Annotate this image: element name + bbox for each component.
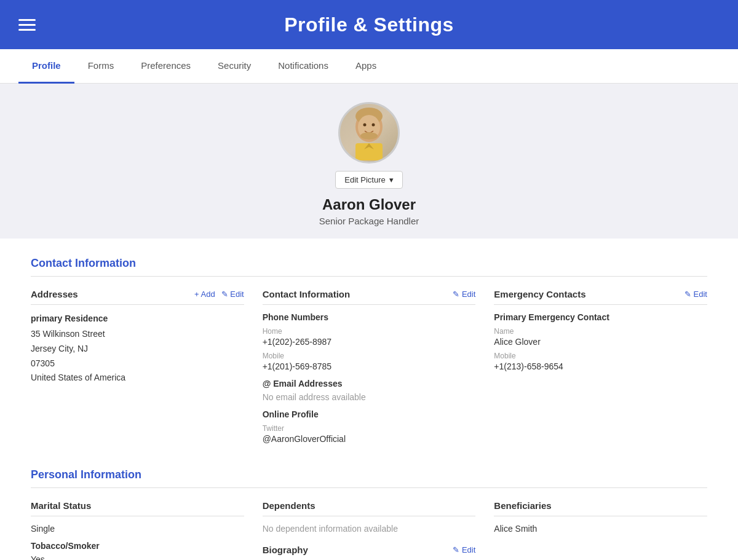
addresses-col-header: Addresses + Add ✎ Edit xyxy=(31,289,244,305)
edit-picture-button[interactable]: Edit Picture ▾ xyxy=(335,171,402,189)
home-phone-label: Home xyxy=(263,327,476,336)
personal-section-title: Personal Information xyxy=(31,468,707,488)
svg-point-3 xyxy=(363,124,367,127)
beneficiaries-col-header: Beneficiaries xyxy=(494,500,707,516)
personal-info-grid: Marital Status Single Tobacco/Smoker Yes… xyxy=(31,500,707,560)
home-phone-value: +1(202)-265-8987 xyxy=(263,337,476,347)
edit-bio-button[interactable]: ✎ Edit xyxy=(453,545,475,554)
address-zip: 07305 xyxy=(31,357,244,371)
marital-value: Single xyxy=(31,524,244,534)
pencil-icon-bio: ✎ xyxy=(453,545,459,554)
primary-emergency-title: Primary Emergency Contact xyxy=(494,312,707,322)
address-block: 35 Wilkinson Street Jersey City, NJ 0730… xyxy=(31,327,244,385)
emergency-actions: ✎ Edit xyxy=(684,290,707,299)
emergency-name-label: Name xyxy=(494,327,707,336)
dependents-col-label: Dependents xyxy=(263,500,315,511)
contact-section-title: Contact Information xyxy=(31,257,707,277)
bio-actions: ✎ Edit xyxy=(453,545,475,554)
pencil-icon-emergency: ✎ xyxy=(684,290,691,299)
tab-profile[interactable]: Profile xyxy=(18,49,74,84)
mobile-phone-value: +1(201)-569-8785 xyxy=(263,361,476,371)
marital-column: Marital Status Single Tobacco/Smoker Yes xyxy=(31,500,244,560)
page-header: Profile & Settings xyxy=(0,0,738,49)
emergency-col-label: Emergency Contacts xyxy=(494,289,585,299)
beneficiaries-col-label: Beneficiaries xyxy=(494,500,551,511)
pencil-icon: ✎ xyxy=(453,290,459,299)
tab-notifications[interactable]: Notifications xyxy=(264,49,342,84)
avatar xyxy=(338,102,400,164)
twitter-value: @AaronGloverOfficial xyxy=(263,434,476,444)
emergency-col-header: Emergency Contacts ✎ Edit xyxy=(494,289,707,305)
emergency-mobile-value: +1(213)-658-9654 xyxy=(494,361,707,371)
tab-forms[interactable]: Forms xyxy=(74,49,128,84)
contact-info-actions: ✎ Edit xyxy=(453,290,475,299)
email-section-title: @ Email Addresses xyxy=(263,379,476,388)
marital-col-header: Marital Status xyxy=(31,500,244,516)
bio-col-header: Biography ✎ Edit xyxy=(263,545,476,560)
residence-label: primary Residence xyxy=(31,314,244,323)
phone-numbers-title: Phone Numbers xyxy=(263,312,476,322)
contact-info-column: Contact Information ✎ Edit Phone Numbers… xyxy=(263,289,476,444)
profile-job-title: Senior Package Handler xyxy=(319,216,419,226)
edit-address-button[interactable]: ✎ Edit xyxy=(221,290,244,299)
bio-col-label: Biography xyxy=(263,545,308,555)
emergency-contacts-column: Emergency Contacts ✎ Edit Primary Emerge… xyxy=(494,289,707,444)
profile-name: Aaron Glover xyxy=(322,196,416,213)
contact-info-col-header: Contact Information ✎ Edit xyxy=(263,289,476,305)
addresses-col-label: Addresses xyxy=(31,289,78,299)
page-title: Profile & Settings xyxy=(284,14,454,36)
dependents-column: Dependents No dependent information avai… xyxy=(263,500,476,560)
dependents-value: No dependent information available xyxy=(263,524,476,534)
svg-point-4 xyxy=(372,124,375,127)
edit-emergency-button[interactable]: ✎ Edit xyxy=(684,290,707,299)
address-country: United States of America xyxy=(31,371,244,385)
address-city-state: Jersey City, NJ xyxy=(31,342,244,357)
beneficiaries-column: Beneficiaries Alice Smith xyxy=(494,500,707,560)
mobile-phone-label: Mobile xyxy=(263,352,476,360)
addresses-actions: + Add ✎ Edit xyxy=(194,290,244,299)
tobacco-value: Yes xyxy=(31,554,244,560)
edit-picture-label: Edit Picture xyxy=(344,175,385,184)
contact-info-grid: Addresses + Add ✎ Edit primary Residence… xyxy=(31,289,707,444)
emergency-name-value: Alice Glover xyxy=(494,337,707,347)
address-street: 35 Wilkinson Street xyxy=(31,327,244,342)
tab-apps[interactable]: Apps xyxy=(342,49,390,84)
profile-header-section: Edit Picture ▾ Aaron Glover Senior Packa… xyxy=(0,84,738,239)
twitter-label: Twitter xyxy=(263,424,476,433)
online-profile-title: Online Profile xyxy=(263,409,476,419)
addresses-column: Addresses + Add ✎ Edit primary Residence… xyxy=(31,289,244,444)
nav-tabs: Profile Forms Preferences Security Notif… xyxy=(0,49,738,84)
svg-point-5 xyxy=(360,132,378,140)
dependents-col-header: Dependents xyxy=(263,500,476,516)
emergency-mobile-label: Mobile xyxy=(494,352,707,360)
tab-preferences[interactable]: Preferences xyxy=(127,49,204,84)
add-address-button[interactable]: + Add xyxy=(194,290,215,299)
tobacco-title: Tobacco/Smoker xyxy=(31,541,244,551)
hamburger-menu[interactable] xyxy=(18,19,36,31)
chevron-down-icon: ▾ xyxy=(389,175,394,184)
contact-info-col-label: Contact Information xyxy=(263,289,351,299)
beneficiaries-value: Alice Smith xyxy=(494,524,707,534)
marital-col-label: Marital Status xyxy=(31,500,91,511)
tab-security[interactable]: Security xyxy=(204,49,264,84)
main-content: Contact Information Addresses + Add ✎ Ed… xyxy=(0,239,738,560)
email-value: No email address available xyxy=(263,392,476,402)
edit-contact-button[interactable]: ✎ Edit xyxy=(453,290,475,299)
